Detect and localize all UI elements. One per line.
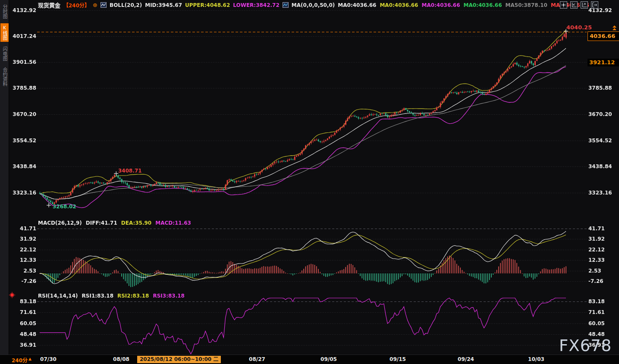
period-up-triangle-icon[interactable]: ▲ <box>28 357 31 361</box>
timeline-date: 09/15 <box>390 356 406 362</box>
zoom-in-axis-icon[interactable] <box>581 1 588 9</box>
axis-labels-layer: 4132.924132.924017.243901.563785.883785.… <box>0 0 619 364</box>
macd-tick: 41.71 <box>588 225 605 232</box>
rsi2-value: RSI2:83.18 <box>117 293 149 299</box>
macd-tick: 31.92 <box>588 235 605 242</box>
price-tick: 3554.52 <box>588 137 612 144</box>
rsi-tick: 48.48 <box>20 331 36 338</box>
boll-indicator-icon[interactable] <box>101 2 107 8</box>
swing-low-label: 3268.02 <box>53 204 76 210</box>
rsi-label: RSI(14,14,14) <box>38 293 78 299</box>
price-tick: 3554.52 <box>13 137 36 144</box>
boll-upper-value: UPPER:4048.62 <box>185 2 230 8</box>
macd-tick: 12.33 <box>588 257 605 264</box>
price-tick: 3670.20 <box>588 111 612 118</box>
ma-indicator-icon[interactable] <box>283 2 289 8</box>
timeline-date: 08/08 <box>113 356 129 362</box>
sidebar-tab-lightning-chart[interactable]: 闪电图 <box>0 45 9 63</box>
macd-tick: -7.26 <box>588 278 603 285</box>
selected-bar-time-box: 2025/08/12 06:00~10:00 二 <box>137 356 221 363</box>
indicator-header: 现货黄金 【240分】 ⊕ BOLL(20,2) MID:3945.67 UPP… <box>38 1 589 9</box>
trading-terminal: 分时图 K线图 闪电图 合约资料 现货黄金 【240分】 ⊕ BOLL(20,2… <box>0 0 619 364</box>
rsi3-value: RSI3:83.18 <box>153 293 184 299</box>
macd-panel-header: MACD(26,12,9) DIFF:41.71 DEA:35.90 MACD:… <box>38 220 191 226</box>
expand-icon[interactable]: ⊕ <box>93 2 97 8</box>
price-tick: 3785.88 <box>13 85 36 91</box>
rsi-tick: 71.61 <box>588 309 605 316</box>
rsi-tick: 60.05 <box>20 320 36 327</box>
price-tick: 3785.88 <box>588 85 612 91</box>
timeline-date: 09/05 <box>320 356 337 362</box>
price-tick: 3323.16 <box>588 189 612 196</box>
price-tick: 4017.24 <box>13 33 36 40</box>
timeline-date: 08/27 <box>249 356 265 362</box>
zoom-out-axis-icon[interactable] <box>570 1 578 9</box>
boll-label: BOLL(20,2) <box>110 2 142 8</box>
chart-toolbar <box>560 1 598 9</box>
macd-tick: -7.26 <box>21 278 36 285</box>
current-price-tag: 4036.66 <box>588 31 619 41</box>
last-high-label: 4040.25 <box>566 24 592 31</box>
swing-high-label: 3408.71 <box>118 168 142 174</box>
symbol-name: 现货黄金 <box>38 1 60 9</box>
boll-lower-value: LOWER:3842.72 <box>233 2 280 8</box>
price-tick: 4132.92 <box>13 7 36 14</box>
exit-chart-icon[interactable] <box>591 1 598 9</box>
rsi1-value: RSI1:83.18 <box>82 293 113 299</box>
rsi-tick: 36.91 <box>20 342 36 348</box>
sidebar-tab-contract-info[interactable]: 合约资料 <box>0 66 9 88</box>
timeline-date: 07/30 <box>40 356 57 362</box>
price-tick: 3438.84 <box>13 163 36 170</box>
price-tick: 3438.84 <box>588 163 612 170</box>
ma-line-price-tag: 3921.12 <box>588 59 619 66</box>
ma-value: MA0:4036.66 <box>338 2 376 8</box>
rsi-tick: 71.61 <box>20 309 36 316</box>
macd-tick: 41.71 <box>20 225 36 232</box>
sidebar-tab-time-chart[interactable]: 分时图 <box>0 3 9 20</box>
ma-value: MA0:4036.66 <box>464 2 502 8</box>
ma-value: MA0:4036.66 <box>421 2 460 8</box>
macd-label: MACD(26,12,9) <box>38 220 82 226</box>
timeline-bar: 240分 ▲ 2025/08/12 06:00~10:00 二 07/3008/… <box>0 355 619 364</box>
ma-values: MA0:4036.66MA0:4036.66MA0:4036.66MA0:403… <box>338 2 589 8</box>
recording-indicator-icon <box>10 293 14 297</box>
rsi-tick: 60.05 <box>588 320 605 327</box>
ma-value: MA50:3878.10 <box>506 2 547 8</box>
macd-tick: 2.53 <box>23 267 36 274</box>
macd-macd-value: MACD:11.63 <box>155 220 191 226</box>
price-tick: 3670.20 <box>13 111 36 118</box>
macd-tick: 31.92 <box>20 235 36 242</box>
rsi-panel-header: RSI(14,14,14) RSI1:83.18 RSI2:83.18 RSI3… <box>38 293 185 299</box>
macd-tick: 22.12 <box>588 246 605 253</box>
period-label: 【240分】 <box>63 1 90 9</box>
boll-mid-value: MID:3945.67 <box>145 2 182 8</box>
timeline-date: 10/03 <box>528 356 544 362</box>
pan-crosshair-icon[interactable] <box>560 1 567 9</box>
sidebar: 分时图 K线图 闪电图 合约资料 <box>0 0 9 364</box>
watermark: FX678 <box>559 336 612 355</box>
macd-tick: 22.12 <box>20 246 36 253</box>
macd-diff-value: DIFF:41.71 <box>86 220 117 226</box>
rsi-tick: 83.18 <box>588 298 605 305</box>
rsi-tick: 83.18 <box>20 298 36 305</box>
macd-dea-value: DEA:35.90 <box>121 220 151 226</box>
price-tick: 3901.56 <box>13 59 36 66</box>
macd-tick: 2.53 <box>588 267 601 274</box>
price-tick: 3323.16 <box>13 189 36 196</box>
ma-value: MA0:4036.66 <box>380 2 418 8</box>
timeline-period-selector[interactable]: 240分 <box>12 356 28 364</box>
sidebar-tab-kline-chart[interactable]: K线图 <box>0 23 9 42</box>
ma-label: MA(0,0,0,50,0) <box>292 2 335 8</box>
macd-tick: 12.33 <box>20 257 36 264</box>
timeline-date: 09/24 <box>458 356 474 362</box>
